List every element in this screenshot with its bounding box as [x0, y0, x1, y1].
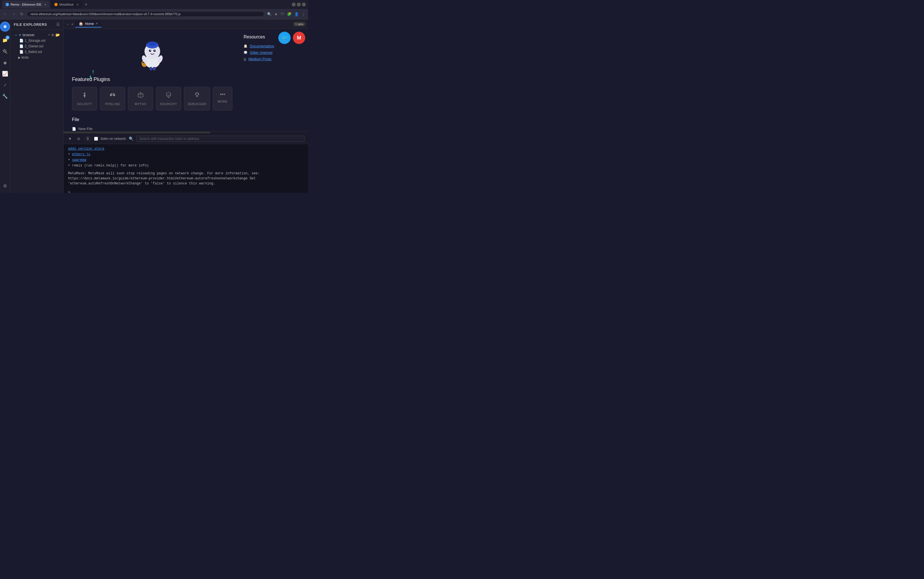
- new-file-action[interactable]: 📄 New File: [72, 126, 232, 131]
- sidebar-debug-btn[interactable]: 📈: [0, 69, 10, 79]
- tabs-count-badge[interactable]: 1 tabs: [293, 22, 306, 26]
- home-tab-content: 🐦 M: [64, 29, 308, 193]
- solidity-icon: [81, 92, 88, 100]
- file-label-3: 3_Ballot.sol: [24, 50, 42, 54]
- plugin-more[interactable]: ••• MORE: [213, 87, 232, 110]
- deploy-icon: ◆: [3, 60, 7, 65]
- tab-metamask[interactable]: MetaMask ✕: [51, 0, 82, 8]
- tab-remix[interactable]: Remix - Ethereum IDE ✕: [2, 0, 50, 8]
- svg-rect-15: [153, 67, 156, 70]
- tab-metamask-label: MetaMask: [59, 3, 73, 6]
- featured-plugins-title: Featured Plugins: [72, 77, 232, 82]
- sidebar-test-btn[interactable]: ✓: [0, 80, 10, 90]
- github-action[interactable]: ⊕: [51, 33, 54, 37]
- more-label: MORE: [218, 100, 228, 103]
- sidebar-settings-btn[interactable]: ⚙: [0, 181, 10, 191]
- minimize-button[interactable]: [292, 3, 296, 7]
- explorer-menu-btn[interactable]: ☰: [56, 22, 60, 27]
- folder-action[interactable]: 📂: [55, 33, 60, 37]
- search-icon-btn[interactable]: 🔍: [129, 136, 134, 141]
- sidebar-bottom: ⚙: [0, 181, 10, 191]
- url-input[interactable]: [27, 11, 264, 17]
- debugger-icon: [194, 92, 200, 100]
- forward-button[interactable]: →: [11, 11, 17, 17]
- tab-metamask-close[interactable]: ✕: [77, 3, 79, 6]
- sidebar-file-explorer-btn[interactable]: 📁 2: [0, 35, 10, 45]
- explorer-title: FILE EXPLORERS: [14, 23, 47, 27]
- minimize-panel-btn[interactable]: ▼: [67, 136, 73, 142]
- shield-icon[interactable]: 🛡: [280, 11, 285, 17]
- debugger-label: DEBUGGER: [187, 102, 206, 106]
- tab-home[interactable]: 🏠 Home ✕: [75, 20, 101, 28]
- svg-point-27: [198, 93, 199, 94]
- extension-icon[interactable]: 🧩: [287, 11, 292, 17]
- new-file-action[interactable]: +: [48, 33, 50, 37]
- new-tab-button[interactable]: +: [83, 2, 89, 7]
- terminal-line-2: • ethers.js: [68, 152, 303, 157]
- settings-icon: ⚙: [3, 183, 7, 189]
- menu-icon[interactable]: ⋮: [301, 11, 306, 17]
- zoom-in-btn[interactable]: +: [70, 21, 74, 27]
- tab-home-close[interactable]: ✕: [96, 22, 98, 26]
- sidebar-plugin-btn[interactable]: 🔌: [0, 46, 10, 56]
- counter-badge[interactable]: 0: [84, 136, 91, 141]
- terminal-output: adds version store • ethers.js • swarmgw…: [64, 144, 308, 193]
- svg-point-2: [4, 26, 6, 28]
- bookmark-icon[interactable]: ★: [274, 11, 278, 17]
- explorer-header: FILE EXPLORERS ☰: [10, 19, 63, 30]
- plugin-pipeline[interactable]: PIPELINE: [100, 87, 125, 110]
- plugin-debugger[interactable]: DEBUGGER: [184, 87, 210, 110]
- tests-folder[interactable]: ▶ tests: [10, 55, 63, 60]
- zoom-icon[interactable]: 🔍: [267, 11, 272, 17]
- resource-medium[interactable]: M Medium Posts: [244, 56, 300, 62]
- resource-gitter[interactable]: 💬 Gitter channel: [244, 49, 300, 56]
- adds-version-link[interactable]: adds version store: [68, 147, 104, 151]
- plugin-sourcify[interactable]: SV SOURCIFY: [156, 87, 181, 110]
- svg-rect-17: [113, 94, 115, 96]
- medium-button[interactable]: M: [293, 32, 305, 44]
- home-right: Resources 📋 Documentation 💬 Gitter chann…: [244, 34, 300, 126]
- editor-tab-bar: − + 🏠 Home ✕ 1 tabs: [64, 19, 308, 29]
- home-tab-icon: 🏠: [79, 21, 83, 26]
- terminal-prompt[interactable]: >: [68, 191, 70, 193]
- browser-folder[interactable]: → ▼ browser + ⊕ 📂: [10, 32, 63, 38]
- remix-logo[interactable]: [0, 21, 10, 32]
- profile-icon[interactable]: 👤: [294, 11, 299, 17]
- sidebar-deploy-btn[interactable]: ◆: [0, 57, 10, 67]
- svg-point-20: [113, 93, 114, 94]
- file-ballot[interactable]: 📄 3_Ballot.sol: [10, 49, 63, 55]
- stop-btn[interactable]: ⊘: [76, 136, 81, 142]
- browser-icons: 🔍 ★ 🛡 🧩 👤 ⋮: [267, 11, 306, 17]
- sourcify-label: SOURCIFY: [160, 102, 177, 106]
- plugin-solidity[interactable]: SOLIDITY: [72, 87, 97, 110]
- scroll-thumb: [64, 132, 210, 133]
- file-owner[interactable]: 📄 2_Owner.sol: [10, 43, 63, 49]
- back-button[interactable]: ←: [2, 11, 8, 17]
- main-content: − + 🏠 Home ✕ 1 tabs 🐦 M: [64, 19, 308, 193]
- svg-point-26: [196, 93, 197, 94]
- close-button[interactable]: [302, 3, 306, 7]
- swarmgw-link[interactable]: swarmgw: [72, 158, 86, 162]
- svg-rect-14: [150, 67, 152, 70]
- file-storage[interactable]: 📄 1_Storage.sol: [10, 38, 63, 43]
- network-checkbox[interactable]: [94, 137, 98, 141]
- search-input[interactable]: [136, 136, 305, 142]
- doc-icon: 📋: [244, 44, 248, 48]
- mythx-icon: [137, 92, 144, 100]
- maximize-button[interactable]: [297, 3, 301, 7]
- tab-remix-close[interactable]: ✕: [44, 3, 46, 6]
- reload-button[interactable]: ↻: [19, 11, 24, 17]
- app-layout: 📁 2 🔌 ◆ 📈 ✓ 🔧 ⚙ FILE EXPLORERS ☰: [0, 19, 308, 193]
- browser-folder-label: browser: [23, 33, 35, 37]
- sidebar-wrench-btn[interactable]: 🔧: [0, 91, 10, 101]
- terminal-line-1: adds version store: [68, 146, 303, 151]
- svg-point-19: [111, 93, 112, 94]
- zoom-out-btn[interactable]: −: [66, 21, 70, 27]
- twitter-button[interactable]: 🐦: [278, 32, 291, 44]
- horizontal-scrollbar[interactable]: [64, 132, 308, 133]
- file-label-2: 2_Owner.sol: [24, 44, 43, 48]
- ethers-link[interactable]: ethers.js: [72, 152, 90, 156]
- file-label: 1_Storage.sol: [24, 39, 46, 43]
- svg-text:SV: SV: [168, 94, 171, 96]
- plugin-mythx[interactable]: MYTHX: [128, 87, 153, 110]
